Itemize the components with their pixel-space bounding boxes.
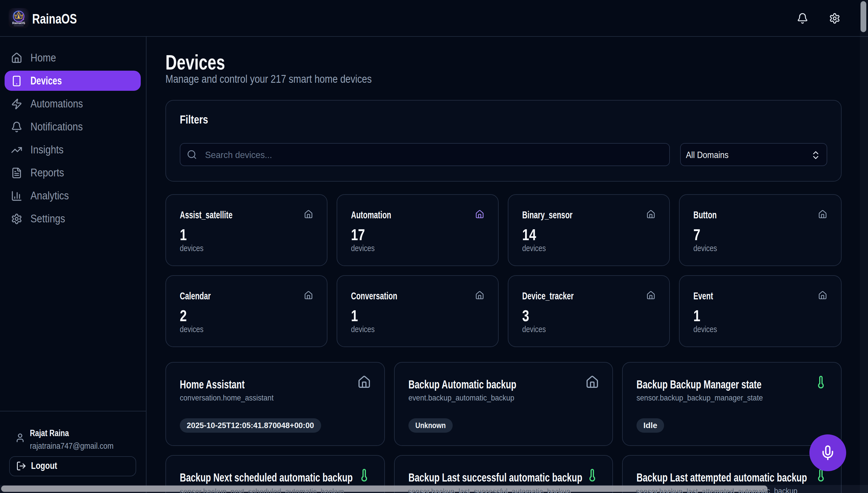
svg-text:RainaOS: RainaOS: [12, 21, 25, 25]
